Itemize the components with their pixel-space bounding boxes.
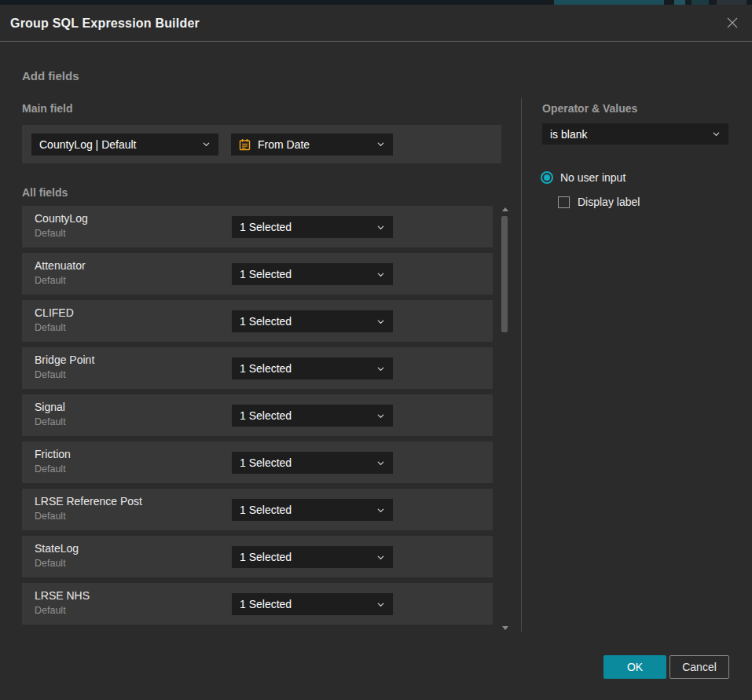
chevron-down-icon bbox=[376, 365, 385, 373]
ok-button[interactable]: OK bbox=[603, 655, 666, 679]
all-fields-label: All fields bbox=[22, 186, 68, 199]
group-sql-expression-builder-dialog: Group SQL Expression Builder Add fields … bbox=[0, 5, 752, 700]
main-field-select[interactable]: From Date bbox=[231, 134, 393, 156]
field-row-selected-dropdown[interactable]: 1 Selected bbox=[232, 499, 393, 521]
field-row-selected-dropdown[interactable]: 1 Selected bbox=[232, 310, 393, 332]
dialog-header: Group SQL Expression Builder bbox=[0, 5, 752, 42]
main-layer-select[interactable]: CountyLog | Default bbox=[31, 134, 218, 156]
field-row: Signal Default 1 Selected bbox=[22, 394, 493, 436]
field-row-selected-dropdown[interactable]: 1 Selected bbox=[232, 546, 393, 568]
field-row-selected-dropdown[interactable]: 1 Selected bbox=[232, 263, 393, 285]
chevron-down-icon bbox=[376, 600, 385, 609]
field-row-selected-count: 1 Selected bbox=[240, 551, 370, 563]
chevron-down-icon bbox=[376, 553, 385, 562]
field-row: CLIFED Default 1 Selected bbox=[22, 300, 493, 342]
field-row-selected-count: 1 Selected bbox=[240, 268, 370, 280]
chevron-down-icon bbox=[376, 270, 385, 279]
field-row-selected-count: 1 Selected bbox=[240, 362, 370, 375]
chevron-down-icon bbox=[202, 140, 211, 148]
field-row: Bridge Point Default 1 Selected bbox=[22, 347, 493, 389]
field-row-selected-count: 1 Selected bbox=[240, 456, 370, 469]
field-row: CountyLog Default 1 Selected bbox=[22, 206, 493, 247]
all-fields-list: CountyLog Default 1 Selected Attenuator … bbox=[22, 206, 493, 630]
list-scrollbar[interactable] bbox=[501, 206, 509, 632]
display-label-checkbox[interactable]: Display label bbox=[558, 196, 640, 208]
main-field-panel: CountyLog | Default From Date bbox=[22, 125, 501, 163]
chevron-down-icon bbox=[376, 317, 385, 326]
field-row: Friction Default 1 Selected bbox=[22, 442, 493, 483]
field-row-selected-dropdown[interactable]: 1 Selected bbox=[232, 593, 393, 615]
chevron-down-icon bbox=[376, 459, 385, 467]
no-user-input-label: No user input bbox=[560, 171, 625, 184]
field-row: StateLog Default 1 Selected bbox=[22, 536, 493, 577]
field-row: LRSE NHS Default 1 Selected bbox=[22, 583, 493, 625]
scroll-up-arrow-icon[interactable] bbox=[502, 207, 508, 211]
field-row-selected-dropdown[interactable]: 1 Selected bbox=[232, 216, 393, 238]
screen: Group SQL Expression Builder Add fields … bbox=[0, 0, 752, 700]
operator-select[interactable]: is blank bbox=[542, 123, 728, 145]
field-row-selected-count: 1 Selected bbox=[240, 221, 370, 233]
chevron-down-icon bbox=[376, 140, 385, 148]
field-row-selected-dropdown[interactable]: 1 Selected bbox=[232, 452, 393, 474]
close-icon[interactable] bbox=[725, 16, 739, 30]
chevron-down-icon bbox=[712, 130, 721, 138]
field-row: Attenuator Default 1 Selected bbox=[22, 253, 493, 295]
field-row-selected-count: 1 Selected bbox=[240, 315, 370, 328]
operator-values-label: Operator & Values bbox=[542, 102, 637, 115]
field-row-selected-count: 1 Selected bbox=[240, 504, 370, 516]
add-fields-heading: Add fields bbox=[22, 69, 79, 82]
operator-select-value: is blank bbox=[550, 128, 706, 141]
chevron-down-icon bbox=[376, 223, 385, 232]
checkbox-unchecked-icon bbox=[558, 196, 570, 208]
display-label-label: Display label bbox=[578, 196, 640, 208]
field-row: LRSE Reference Post Default 1 Selected bbox=[22, 489, 493, 530]
chevron-down-icon bbox=[376, 412, 385, 420]
dialog-title: Group SQL Expression Builder bbox=[10, 5, 200, 42]
calendar-date-icon bbox=[239, 138, 251, 151]
cancel-button[interactable]: Cancel bbox=[669, 655, 729, 679]
no-user-input-radio[interactable]: No user input bbox=[541, 171, 625, 184]
column-divider bbox=[521, 98, 522, 632]
radio-selected-icon bbox=[541, 171, 553, 184]
field-row-selected-count: 1 Selected bbox=[240, 409, 370, 422]
scrollbar-thumb[interactable] bbox=[501, 216, 508, 332]
main-field-label: Main field bbox=[22, 102, 73, 115]
chevron-down-icon bbox=[376, 506, 385, 515]
field-row-selected-count: 1 Selected bbox=[240, 598, 370, 610]
main-field-select-value: From Date bbox=[258, 138, 370, 151]
field-row-selected-dropdown[interactable]: 1 Selected bbox=[232, 405, 393, 427]
main-layer-select-value: CountyLog | Default bbox=[39, 138, 196, 151]
field-row-selected-dropdown[interactable]: 1 Selected bbox=[232, 357, 393, 379]
scroll-down-arrow-icon[interactable] bbox=[502, 626, 508, 630]
